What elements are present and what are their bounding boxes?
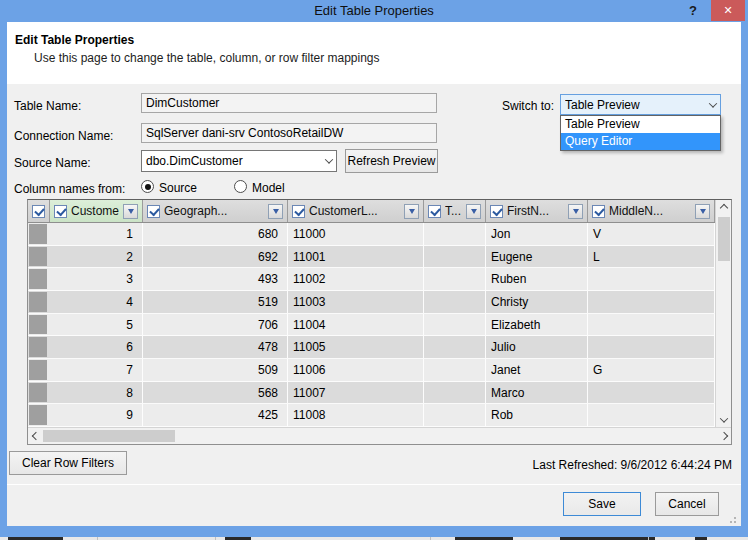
column-header[interactable]: Custome...: [50, 200, 143, 222]
column-filter-dropdown-icon[interactable]: [123, 204, 138, 219]
last-refreshed-text: Last Refreshed: 9/6/2012 6:44:24 PM: [533, 458, 732, 472]
column-filter-dropdown-icon[interactable]: [404, 204, 419, 219]
cell: 11001: [288, 246, 424, 268]
close-icon[interactable]: ✕: [711, 0, 745, 21]
column-names-from-label: Column names from:: [14, 182, 125, 196]
cell: 519: [143, 291, 288, 313]
page-subtitle: Use this page to change the table, colum…: [34, 51, 380, 65]
switch-to-dropdown[interactable]: Table Preview: [560, 94, 721, 115]
select-all-cell: [28, 200, 50, 222]
cell: [424, 291, 486, 313]
cell: 5: [50, 314, 143, 336]
table-row: 647811005Julio: [28, 336, 715, 359]
cell: [588, 382, 715, 404]
connection-name-input[interactable]: [141, 123, 437, 143]
horizontal-scroll-thumb[interactable]: [43, 430, 175, 442]
select-all-checkbox[interactable]: [32, 205, 45, 218]
cell: [424, 223, 486, 245]
row-selector[interactable]: [28, 404, 50, 426]
cell: 6: [50, 336, 143, 358]
source-name-dropdown[interactable]: dbo.DimCustomer: [141, 150, 337, 172]
cancel-button[interactable]: Cancel: [655, 492, 719, 516]
source-name-value: dbo.DimCustomer: [146, 154, 326, 168]
cell: Janet: [486, 359, 588, 381]
vertical-scroll-thumb[interactable]: [718, 217, 730, 261]
cell: L: [588, 246, 715, 268]
column-header-label: MiddleN...: [609, 204, 691, 218]
cell: Marco: [486, 382, 588, 404]
row-selector[interactable]: [28, 359, 50, 381]
column-checkbox[interactable]: [592, 205, 605, 218]
row-selector[interactable]: [28, 246, 50, 268]
row-selector[interactable]: [28, 268, 50, 290]
scroll-down-icon[interactable]: [716, 412, 731, 427]
row-selector[interactable]: [28, 223, 50, 245]
table-row: 349311002Ruben: [28, 268, 715, 291]
cell: [588, 268, 715, 290]
column-header[interactable]: FirstN...: [486, 200, 588, 222]
cell: [424, 336, 486, 358]
grid-rows: 168011000JonV269211001EugeneL349311002Ru…: [28, 223, 715, 427]
table-row: 451911003Christy: [28, 291, 715, 314]
vertical-scrollbar[interactable]: [715, 200, 731, 427]
grid-header: Custome...Geograph...CustomerL...T...Fir…: [28, 200, 715, 223]
row-selector[interactable]: [28, 382, 50, 404]
resize-grip-icon[interactable]: [727, 514, 736, 523]
cell: Julio: [486, 336, 588, 358]
row-selector[interactable]: [28, 336, 50, 358]
radio-source-label: Source: [159, 181, 197, 195]
radio-model-label: Model: [252, 181, 285, 195]
table-name-input[interactable]: [141, 93, 437, 113]
clear-row-filters-button[interactable]: Clear Row Filters: [9, 451, 127, 475]
option-query-editor[interactable]: Query Editor: [561, 133, 720, 150]
column-header-label: T...: [445, 204, 462, 218]
column-header[interactable]: MiddleN...: [588, 200, 715, 222]
column-header[interactable]: T...: [424, 200, 486, 222]
column-checkbox[interactable]: [54, 205, 67, 218]
column-checkbox[interactable]: [490, 205, 503, 218]
scroll-left-icon[interactable]: [28, 428, 43, 444]
scroll-up-icon[interactable]: [716, 200, 731, 215]
cell: 3: [50, 268, 143, 290]
column-filter-dropdown-icon[interactable]: [268, 204, 283, 219]
cell: 11007: [288, 382, 424, 404]
save-button[interactable]: Save: [563, 492, 641, 516]
window-title: Edit Table Properties: [0, 0, 748, 22]
table-row: 570611004Elizabeth: [28, 314, 715, 337]
horizontal-scrollbar[interactable]: [28, 427, 731, 444]
scroll-right-icon[interactable]: [716, 428, 731, 444]
refresh-preview-button[interactable]: Refresh Preview: [345, 149, 438, 173]
footer-divider: [7, 484, 741, 485]
radio-source[interactable]: [141, 180, 154, 193]
cell: 493: [143, 268, 288, 290]
connection-name-label: Connection Name:: [14, 129, 113, 143]
cell: 9: [50, 404, 143, 426]
cell: V: [588, 223, 715, 245]
cell: Elizabeth: [486, 314, 588, 336]
column-header[interactable]: Geograph...: [143, 200, 288, 222]
column-filter-dropdown-icon[interactable]: [695, 204, 710, 219]
cell: 1: [50, 223, 143, 245]
cell: Rob: [486, 404, 588, 426]
cell: [424, 314, 486, 336]
dialog-window: Edit Table Properties ? ✕ Edit Table Pro…: [0, 0, 748, 537]
column-header[interactable]: CustomerL...: [288, 200, 424, 222]
preview-grid: Custome...Geograph...CustomerL...T...Fir…: [27, 199, 732, 445]
column-checkbox[interactable]: [147, 205, 160, 218]
radio-model[interactable]: [234, 180, 247, 193]
row-selector[interactable]: [28, 291, 50, 313]
chevron-down-icon: [709, 99, 717, 107]
cell: 11002: [288, 268, 424, 290]
switch-to-open-list: Table Preview Query Editor: [560, 115, 721, 151]
column-checkbox[interactable]: [292, 205, 305, 218]
column-filter-dropdown-icon[interactable]: [466, 204, 481, 219]
cell: 568: [143, 382, 288, 404]
dialog-body: Edit Table Properties Use this page to c…: [7, 22, 741, 526]
help-icon[interactable]: ?: [684, 1, 702, 21]
cell: 11000: [288, 223, 424, 245]
column-filter-dropdown-icon[interactable]: [568, 204, 583, 219]
column-header-label: Geograph...: [164, 204, 264, 218]
row-selector[interactable]: [28, 314, 50, 336]
column-checkbox[interactable]: [428, 205, 441, 218]
option-table-preview[interactable]: Table Preview: [561, 116, 720, 133]
